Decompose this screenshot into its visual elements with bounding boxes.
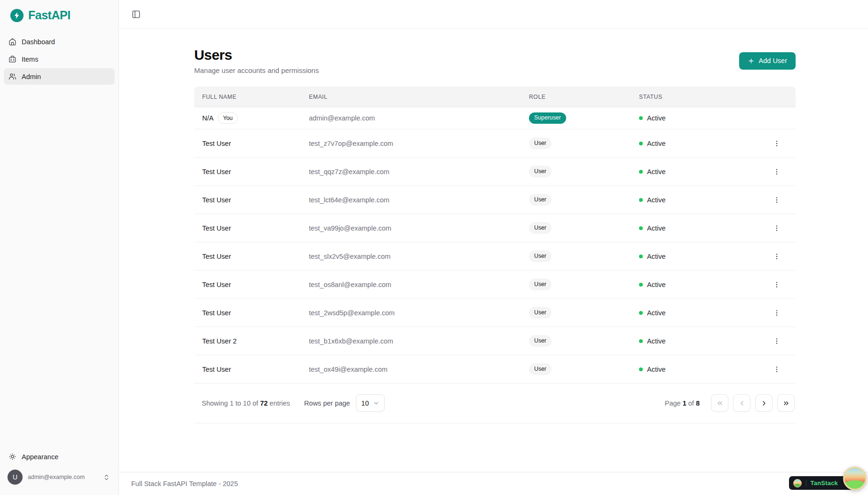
users-icon	[8, 72, 16, 80]
column-header-full-name: FULL NAME	[194, 87, 302, 107]
pagination-bar: Showing 1 to 10 of 72 entries Rows per p…	[194, 383, 796, 423]
brand-logo: FastAPI	[0, 0, 118, 29]
sidebar-item-label: Admin	[22, 73, 41, 80]
add-user-button[interactable]: Add User	[739, 52, 796, 70]
status-active-dot-icon	[639, 339, 643, 343]
brand-name: FastAPI	[28, 8, 71, 22]
status-active-dot-icon	[639, 255, 643, 258]
row-actions-menu-button[interactable]	[770, 335, 783, 348]
appearance-label: Appearance	[22, 453, 58, 461]
role-badge: Superuser	[529, 112, 566, 124]
user-full-name: Test User	[202, 140, 231, 147]
table-row: Test Usertest_ox49i@example.comUserActiv…	[194, 355, 796, 383]
avatar: U	[8, 470, 23, 485]
user-email-cell: admin@example.com	[302, 107, 522, 129]
fastapi-logo-icon	[10, 9, 24, 22]
role-badge: User	[529, 222, 552, 234]
user-email: admin@example.com	[28, 474, 98, 480]
tanstack-devtools-toggle-button[interactable]	[843, 467, 867, 490]
user-full-name: Test User 2	[202, 337, 237, 345]
tanstack-label: TanStack	[811, 479, 838, 487]
user-full-name: Test User	[202, 253, 231, 260]
more-vertical-icon	[773, 196, 781, 204]
table-row: Test Usertest_slx2v5@example.comUserActi…	[194, 242, 796, 271]
role-badge: User	[529, 137, 552, 149]
user-full-name: Test User	[202, 224, 231, 232]
rows-per-page-value: 10	[361, 399, 369, 407]
last-page-button[interactable]	[777, 394, 795, 412]
chevron-left-icon	[738, 399, 746, 407]
more-vertical-icon	[773, 224, 781, 232]
column-header-actions	[733, 87, 796, 107]
sidebar-item-admin[interactable]: Admin	[4, 68, 115, 85]
current-page: 1	[683, 399, 687, 407]
row-actions-menu-button[interactable]	[770, 250, 783, 263]
appearance-menu-item[interactable]: Appearance	[4, 448, 115, 465]
user-email-cell: test_qqz7z@example.com	[302, 158, 522, 186]
table-row: Test Usertest_qqz7z@example.comUserActiv…	[194, 158, 796, 186]
row-actions-menu-button[interactable]	[770, 306, 783, 319]
sun-icon	[8, 453, 16, 461]
chevrons-left-icon	[716, 399, 724, 407]
status-active-dot-icon	[639, 311, 643, 315]
page-subtitle: Manage user accounts and permissions	[194, 66, 319, 74]
row-actions-menu-button[interactable]	[770, 222, 783, 235]
user-email-cell: test_2wsd5p@example.com	[302, 299, 522, 327]
app-footer: Full Stack FastAPI Template - 2025	[119, 472, 868, 495]
row-actions-menu-button[interactable]	[770, 165, 783, 178]
more-vertical-icon	[773, 253, 781, 260]
briefcase-icon	[8, 55, 16, 63]
sidebar-item-dashboard[interactable]: Dashboard	[4, 33, 115, 50]
status-active-dot-icon	[639, 283, 643, 287]
user-full-name: Test User	[202, 196, 231, 204]
sidebar-toggle-button[interactable]	[128, 7, 143, 22]
status-active-dot-icon	[639, 170, 643, 174]
rows-per-page-select[interactable]: 10	[356, 394, 385, 412]
table-row: Test Usertest_os8anl@example.comUserActi…	[194, 271, 796, 299]
user-email-cell: test_os8anl@example.com	[302, 271, 522, 299]
table-header-row: FULL NAME EMAIL ROLE STATUS	[194, 87, 796, 107]
home-icon	[8, 38, 16, 46]
you-badge: You	[218, 112, 238, 124]
more-vertical-icon	[773, 366, 781, 373]
more-vertical-icon	[773, 281, 781, 288]
tanstack-logo-icon	[793, 479, 802, 487]
rows-per-page-label: Rows per page	[304, 399, 350, 407]
status-badge: Active	[639, 140, 726, 147]
more-vertical-icon	[773, 168, 781, 176]
user-menu-button[interactable]: U admin@example.com	[4, 465, 115, 491]
sidebar-nav: Dashboard Items Admin	[0, 29, 118, 85]
user-email-cell: test_ox49i@example.com	[302, 355, 522, 383]
row-actions-menu-button[interactable]	[770, 278, 783, 291]
status-active-dot-icon	[639, 142, 643, 145]
previous-page-button[interactable]	[733, 394, 750, 412]
first-page-button[interactable]	[711, 394, 728, 412]
status-active-dot-icon	[639, 367, 643, 371]
user-email-cell: test_b1x6xb@example.com	[302, 327, 522, 355]
total-pages: 8	[696, 399, 700, 407]
role-badge: User	[529, 363, 552, 375]
chevron-right-icon	[760, 399, 768, 407]
row-actions-menu-button[interactable]	[770, 137, 783, 150]
total-entries: 72	[260, 399, 268, 407]
role-badge: User	[529, 335, 552, 347]
sidebar-item-items[interactable]: Items	[4, 51, 115, 67]
chevrons-right-icon	[782, 399, 790, 407]
row-actions-menu-button[interactable]	[770, 193, 783, 207]
status-badge: Active	[639, 337, 726, 345]
row-actions-menu-button[interactable]	[770, 363, 783, 376]
divider	[806, 480, 806, 487]
sidebar-item-label: Dashboard	[22, 38, 55, 46]
next-page-button[interactable]	[755, 394, 773, 412]
showing-entries-text: Showing 1 to 10 of 72 entries	[202, 399, 290, 407]
status-badge: Active	[639, 253, 726, 260]
users-page: Users Manage user accounts and permissio…	[119, 29, 868, 472]
table-row: Test Usertest_lct64e@example.comUserActi…	[194, 186, 796, 214]
status-badge: Active	[639, 281, 726, 288]
topbar	[119, 0, 868, 29]
more-vertical-icon	[773, 309, 781, 317]
sidebar: FastAPI Dashboard Items Admin Appearance	[0, 0, 119, 495]
user-full-name: Test User	[202, 366, 231, 373]
footer-text: Full Stack FastAPI Template - 2025	[131, 480, 238, 487]
page-title: Users	[194, 47, 319, 63]
